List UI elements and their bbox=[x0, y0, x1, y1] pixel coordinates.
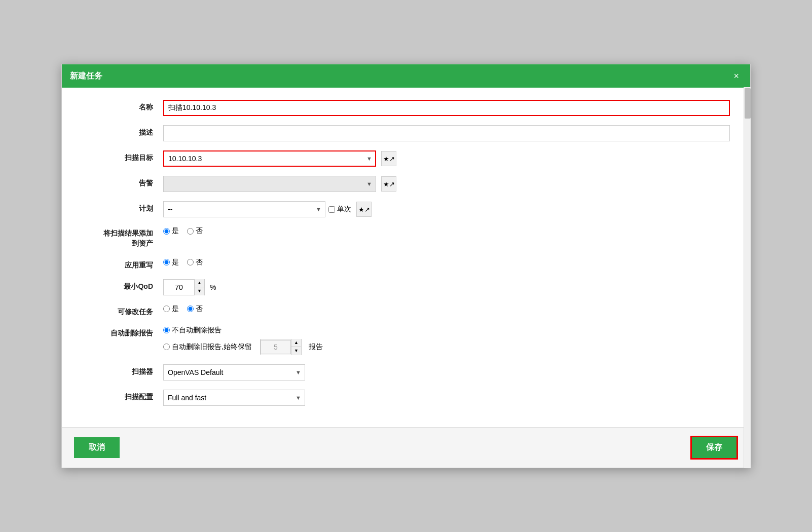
schedule-once-text: 单次 bbox=[337, 205, 351, 214]
name-input[interactable] bbox=[163, 100, 730, 116]
auto-delete-yes-radio[interactable] bbox=[163, 344, 170, 350]
alert-select[interactable] bbox=[163, 176, 376, 192]
override-label: 应用重写 bbox=[82, 258, 163, 270]
target-label: 扫描目标 bbox=[82, 150, 163, 163]
target-select[interactable]: 10.10.10.3 bbox=[163, 150, 376, 167]
report-section: 不自动删除报告 自动删除旧报告,始终保留 ▲ bbox=[163, 326, 323, 355]
dialog-header: 新建任务 × bbox=[62, 64, 750, 88]
auto-delete-no-label[interactable]: 不自动删除报告 bbox=[163, 326, 222, 335]
override-yes-radio[interactable] bbox=[163, 259, 170, 265]
auto-delete-count-down[interactable]: ▼ bbox=[291, 347, 301, 355]
cancel-button[interactable]: 取消 bbox=[74, 437, 120, 458]
min-qod-down-button[interactable]: ▼ bbox=[195, 287, 204, 295]
scanner-row: 扫描器 OpenVAS Default ▼ bbox=[82, 364, 730, 381]
alterable-no-radio[interactable] bbox=[187, 306, 194, 312]
alert-row: 告警 ▼ ★↗ bbox=[82, 176, 730, 192]
alterable-no-text: 否 bbox=[196, 305, 203, 314]
override-no-label[interactable]: 否 bbox=[187, 258, 203, 267]
schedule-new-icon: ★↗ bbox=[358, 206, 370, 213]
auto-delete-count-buttons: ▲ ▼ bbox=[291, 339, 301, 355]
auto-delete-yes-text: 自动删除旧报告,始终保留 bbox=[172, 343, 252, 352]
min-qod-unit: % bbox=[210, 283, 216, 291]
scan-config-content: Full and fast ▼ bbox=[163, 390, 730, 406]
alterable-yes-radio[interactable] bbox=[163, 306, 170, 312]
dialog-title: 新建任务 bbox=[70, 71, 102, 82]
auto-delete-no-text: 不自动删除报告 bbox=[172, 326, 222, 335]
add-results-radio-group: 是 否 bbox=[163, 226, 203, 236]
name-content bbox=[163, 100, 730, 116]
schedule-once-label[interactable]: 单次 bbox=[328, 205, 351, 214]
desc-label: 描述 bbox=[82, 125, 163, 137]
schedule-row: 计划 -- ▼ 单次 ★↗ bbox=[82, 201, 730, 217]
new-task-dialog: 新建任务 × 名称 描述 扫描目标 bbox=[61, 64, 751, 468]
min-qod-spinner-buttons: ▲ ▼ bbox=[194, 279, 204, 295]
target-select-wrap: 10.10.10.3 ▼ bbox=[163, 150, 376, 167]
scan-config-select[interactable]: Full and fast bbox=[163, 390, 305, 406]
min-qod-content: ▲ ▼ % bbox=[163, 279, 730, 295]
dialog-body: 名称 描述 扫描目标 10.10.10.3 bbox=[62, 88, 750, 427]
report-row-no: 不自动删除报告 bbox=[163, 326, 323, 335]
override-yes-label[interactable]: 是 bbox=[163, 258, 179, 267]
auto-delete-count-up[interactable]: ▲ bbox=[291, 339, 301, 347]
name-row: 名称 bbox=[82, 100, 730, 116]
add-results-content: 是 否 bbox=[163, 226, 730, 236]
alterable-no-label[interactable]: 否 bbox=[187, 305, 203, 314]
override-row: 应用重写 是 否 bbox=[82, 258, 730, 270]
alert-select-wrap: ▼ bbox=[163, 176, 376, 192]
scanner-select-wrap: OpenVAS Default ▼ bbox=[163, 364, 305, 381]
schedule-content: -- ▼ 单次 ★↗ bbox=[163, 201, 730, 217]
min-qod-input[interactable] bbox=[164, 280, 194, 295]
dialog-footer: 取消 保存 bbox=[62, 427, 750, 468]
schedule-once-checkbox[interactable] bbox=[328, 206, 335, 213]
alert-new-icon: ★↗ bbox=[383, 180, 395, 188]
scanner-select[interactable]: OpenVAS Default bbox=[163, 364, 305, 381]
save-button[interactable]: 保存 bbox=[690, 436, 738, 460]
min-qod-label: 最小QoD bbox=[82, 279, 163, 291]
scanner-content: OpenVAS Default ▼ bbox=[163, 364, 730, 381]
min-qod-up-button[interactable]: ▲ bbox=[195, 279, 204, 287]
scan-config-select-wrap: Full and fast ▼ bbox=[163, 390, 305, 406]
auto-delete-row: 自动删除报告 不自动删除报告 自动删除旧报告,始终保留 bbox=[82, 326, 730, 355]
schedule-new-button[interactable]: ★↗ bbox=[356, 202, 372, 217]
dialog-container: 新建任务 × 名称 描述 扫描目标 bbox=[61, 64, 751, 468]
name-label: 名称 bbox=[82, 100, 163, 112]
add-results-no-label[interactable]: 否 bbox=[187, 226, 203, 236]
scrollbar-track bbox=[744, 87, 751, 468]
override-no-text: 否 bbox=[196, 258, 203, 267]
override-radio-group: 是 否 bbox=[163, 258, 203, 267]
alterable-yes-text: 是 bbox=[172, 305, 179, 314]
scrollbar-thumb[interactable] bbox=[745, 88, 751, 119]
target-row: 扫描目标 10.10.10.3 ▼ ★↗ bbox=[82, 150, 730, 167]
schedule-select[interactable]: -- bbox=[163, 201, 325, 217]
close-button[interactable]: × bbox=[730, 70, 742, 82]
alert-content: ▼ ★↗ bbox=[163, 176, 730, 192]
override-yes-text: 是 bbox=[172, 258, 179, 267]
target-new-button[interactable]: ★↗ bbox=[381, 151, 396, 166]
alert-label: 告警 bbox=[82, 176, 163, 188]
alterable-yes-label[interactable]: 是 bbox=[163, 305, 179, 314]
auto-delete-yes-label[interactable]: 自动删除旧报告,始终保留 bbox=[163, 343, 252, 352]
auto-delete-label: 自动删除报告 bbox=[82, 326, 163, 338]
desc-row: 描述 bbox=[82, 125, 730, 141]
alert-new-button[interactable]: ★↗ bbox=[381, 176, 396, 192]
target-content: 10.10.10.3 ▼ ★↗ bbox=[163, 150, 730, 167]
alterable-label: 可修改任务 bbox=[82, 305, 163, 317]
add-results-label: 将扫描结果添加 到资产 bbox=[82, 226, 163, 248]
add-results-row: 将扫描结果添加 到资产 是 否 bbox=[82, 226, 730, 248]
override-no-radio[interactable] bbox=[187, 259, 194, 265]
target-new-icon: ★↗ bbox=[383, 155, 395, 163]
auto-delete-count-spinner: ▲ ▼ bbox=[260, 339, 302, 355]
auto-delete-no-radio[interactable] bbox=[163, 327, 170, 333]
add-results-no-radio[interactable] bbox=[187, 228, 194, 235]
add-results-yes-radio[interactable] bbox=[163, 228, 170, 235]
desc-input[interactable] bbox=[163, 125, 730, 141]
auto-delete-count-input[interactable] bbox=[261, 340, 291, 354]
min-qod-row: 最小QoD ▲ ▼ % bbox=[82, 279, 730, 295]
schedule-label: 计划 bbox=[82, 201, 163, 213]
alterable-radio-group: 是 否 bbox=[163, 305, 203, 314]
scan-config-row: 扫描配置 Full and fast ▼ bbox=[82, 390, 730, 406]
schedule-select-wrap: -- ▼ bbox=[163, 201, 325, 217]
add-results-yes-label[interactable]: 是 bbox=[163, 226, 179, 236]
scanner-label: 扫描器 bbox=[82, 364, 163, 376]
min-qod-spinner: ▲ ▼ bbox=[163, 279, 205, 295]
